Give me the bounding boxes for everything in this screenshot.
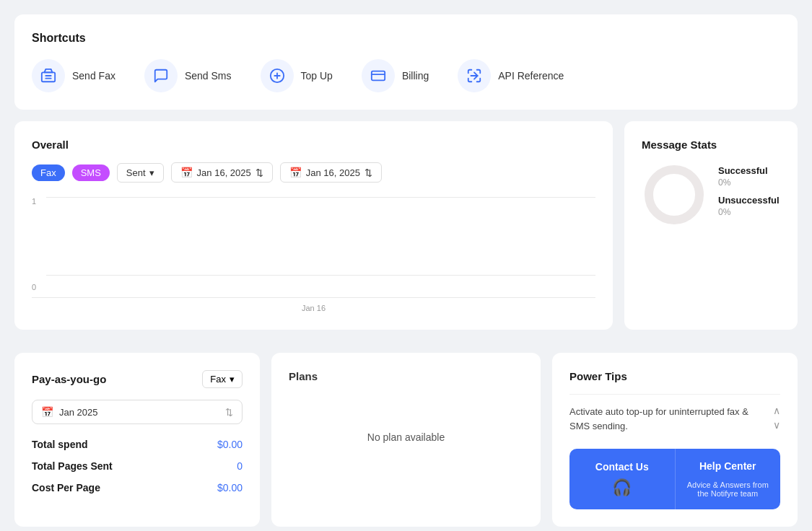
power-tips-title: Power Tips — [569, 370, 780, 382]
billing-icon — [362, 59, 395, 92]
chart-y-bottom-label: 0 — [32, 283, 36, 291]
calendar-month-icon: 📅 — [41, 406, 53, 418]
shortcut-send-sms[interactable]: Send Sms — [144, 59, 232, 92]
tip-item: Activate auto top-up for uninterrupted f… — [569, 394, 780, 443]
sms-filter-badge[interactable]: SMS — [72, 164, 110, 181]
plans-card: Plans No plan available — [271, 353, 541, 527]
donut-chart — [642, 162, 707, 227]
payg-title: Pay-as-you-go — [32, 373, 106, 385]
shortcut-api-reference[interactable]: API Reference — [458, 59, 564, 92]
sent-filter-dropdown[interactable]: Sent ▾ — [117, 163, 164, 183]
date-to-picker[interactable]: 📅 Jan 16, 2025 ⇅ — [280, 162, 382, 183]
payg-total-pages-label: Total Pages Sent — [32, 460, 113, 472]
shortcuts-list: Send Fax Send Sms Top Up Billing API Ref — [32, 59, 780, 92]
fax-filter-badge[interactable]: Fax — [32, 164, 65, 181]
main-row: Overall Fax SMS Sent ▾ 📅 Jan 16, 2025 ⇅ … — [14, 121, 798, 341]
chart-x-label: Jan 16 — [32, 304, 595, 312]
help-center-label: Help Center — [699, 460, 756, 472]
chart-bottom-line — [46, 275, 595, 276]
tip-chevron-up-icon[interactable]: ∧ — [773, 405, 780, 416]
contact-us-label: Contact Us — [595, 461, 649, 473]
top-up-icon — [261, 59, 294, 92]
plans-title: Plans — [289, 370, 523, 382]
send-fax-icon — [32, 59, 65, 92]
payg-cost-per-page-row: Cost Per Page $0.00 — [32, 482, 243, 493]
shortcuts-title: Shortcuts — [32, 32, 780, 45]
calendar-from-icon: 📅 — [180, 167, 193, 178]
shortcut-billing[interactable]: Billing — [362, 59, 429, 92]
message-stats-card: Message Stats Successful 0% Unsuccessful… — [624, 121, 798, 330]
shortcuts-card: Shortcuts Send Fax Send Sms Top Up Billi… — [14, 14, 798, 110]
successful-label: Successful — [718, 165, 780, 176]
message-stats-title: Message Stats — [642, 139, 780, 151]
bottom-row: Pay-as-you-go Fax ▾ 📅 Jan 2025 ⇅ Total s… — [14, 353, 798, 531]
payg-cost-per-page-value: $0.00 — [217, 482, 243, 493]
shortcut-top-up[interactable]: Top Up — [261, 59, 333, 92]
shortcut-send-fax[interactable]: Send Fax — [32, 59, 115, 92]
svg-rect-6 — [372, 71, 385, 81]
chart-y-top-label: 1 — [32, 197, 36, 206]
svg-rect-0 — [42, 72, 55, 82]
payg-card: Pay-as-you-go Fax ▾ 📅 Jan 2025 ⇅ Total s… — [14, 353, 260, 527]
shortcut-send-fax-label: Send Fax — [72, 70, 115, 82]
successful-value: 0% — [718, 177, 780, 188]
headset-icon: 🎧 — [612, 478, 632, 497]
shortcut-send-sms-label: Send Sms — [185, 70, 232, 82]
stats-labels: Successful 0% Unsuccessful 0% — [718, 165, 780, 224]
shortcut-top-up-label: Top Up — [301, 70, 333, 82]
date-from-picker[interactable]: 📅 Jan 16, 2025 ⇅ — [171, 162, 273, 183]
overall-card: Overall Fax SMS Sent ▾ 📅 Jan 16, 2025 ⇅ … — [14, 121, 613, 330]
overall-controls: Fax SMS Sent ▾ 📅 Jan 16, 2025 ⇅ 📅 Jan 16… — [32, 162, 595, 183]
payg-total-pages-value: 0 — [237, 460, 243, 472]
payg-header: Pay-as-you-go Fax ▾ — [32, 370, 243, 388]
month-picker-arrows: ⇅ — [225, 407, 233, 418]
calendar-to-icon: 📅 — [289, 167, 302, 178]
svg-point-9 — [649, 170, 699, 220]
unsuccessful-value: 0% — [718, 207, 780, 217]
power-tips-card: Power Tips Activate auto top-up for unin… — [552, 353, 798, 527]
unsuccessful-label: Unsuccessful — [718, 195, 780, 206]
send-sms-icon — [144, 59, 178, 92]
donut-container: Successful 0% Unsuccessful 0% — [642, 162, 780, 227]
payg-total-pages-row: Total Pages Sent 0 — [32, 460, 243, 472]
chart-area: 1 0 — [32, 197, 595, 298]
help-center-sub: Advice & Answers from the Notifyre team — [681, 480, 775, 498]
payg-total-spend-value: $0.00 — [217, 439, 243, 450]
shortcut-billing-label: Billing — [402, 70, 429, 82]
chart-top-line — [46, 197, 595, 198]
tip-text: Activate auto top-up for uninterrupted f… — [569, 405, 767, 433]
payg-total-spend-label: Total spend — [32, 439, 88, 450]
shortcut-api-reference-label: API Reference — [498, 70, 564, 82]
overall-title: Overall — [32, 139, 595, 151]
tip-chevron-down-icon[interactable]: ∨ — [773, 419, 780, 431]
month-picker[interactable]: 📅 Jan 2025 ⇅ — [32, 400, 243, 424]
payg-cost-per-page-label: Cost Per Page — [32, 482, 100, 493]
payg-filter-dropdown[interactable]: Fax ▾ — [202, 370, 243, 388]
api-reference-icon — [458, 59, 491, 92]
no-plan-label: No plan available — [289, 394, 523, 480]
support-row: Contact Us 🎧 Help Center Advice & Answer… — [569, 449, 780, 509]
payg-total-spend-row: Total spend $0.00 — [32, 439, 243, 450]
help-center-button[interactable]: Help Center Advice & Answers from the No… — [676, 449, 781, 509]
contact-us-button[interactable]: Contact Us 🎧 — [569, 449, 676, 509]
